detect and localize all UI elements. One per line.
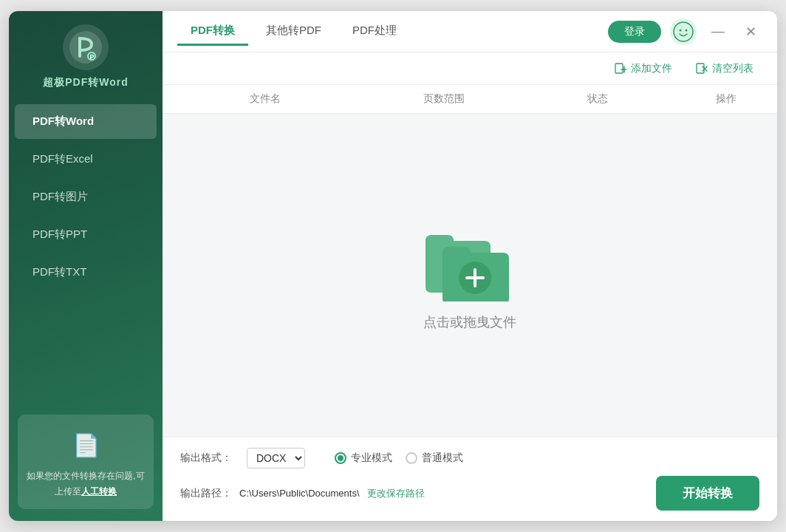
svg-point-5 [686, 29, 688, 31]
sidebar-item-pdf-to-excel[interactable]: PDF转Excel [15, 142, 157, 177]
path-label: 输出路径： [180, 487, 232, 500]
avatar[interactable] [670, 18, 697, 45]
format-select-wrap: DOCX DOC [247, 448, 305, 468]
sidebar: P 超极PDF转Word PDF转Word PDF转Excel PDF转图片 P… [9, 11, 163, 521]
change-path-button[interactable]: 更改保存路径 [367, 487, 425, 500]
svg-text:P: P [90, 53, 95, 61]
normal-mode-label: 普通模式 [422, 451, 463, 465]
app-window: P 超极PDF转Word PDF转Word PDF转Excel PDF转图片 P… [9, 11, 777, 521]
toolbar: 添加文件 清空列表 [163, 52, 777, 85]
radio-group: 专业模式 普通模式 [335, 451, 463, 465]
radio-normal-mode[interactable]: 普通模式 [406, 451, 463, 465]
top-bar: PDF转换 其他转PDF PDF处理 登录 — ✕ [163, 11, 777, 52]
sidebar-item-pdf-to-image[interactable]: PDF转图片 [15, 180, 157, 214]
format-row: 输出格式： DOCX DOC 专业模式 [180, 448, 759, 468]
tab-pdf-process[interactable]: PDF处理 [339, 18, 410, 46]
drop-zone[interactable]: 点击或拖曳文件 [163, 114, 777, 437]
radio-circle-normal [406, 452, 417, 464]
pro-mode-label: 专业模式 [351, 451, 392, 465]
svg-rect-6 [615, 64, 623, 73]
clear-list-icon [696, 63, 708, 75]
radio-circle-pro [335, 452, 346, 464]
add-file-label: 添加文件 [631, 62, 672, 75]
minimize-button[interactable]: — [705, 22, 731, 41]
table-header: 文件名 页数范围 状态 操作 [163, 85, 777, 114]
sidebar-item-pdf-to-txt[interactable]: PDF转TXT [15, 255, 157, 290]
promo-icon: 📄 [27, 426, 145, 464]
start-convert-button[interactable]: 开始转换 [656, 476, 759, 511]
drop-label: 点击或拖曳文件 [423, 313, 516, 331]
tab-list: PDF转换 其他转PDF PDF处理 [177, 18, 608, 45]
sidebar-item-pdf-to-ppt[interactable]: PDF转PPT [15, 217, 157, 252]
add-file-button[interactable]: 添加文件 [609, 59, 678, 78]
path-row: 输出路径： C:\Users\Public\Documents\ 更改保存路径 … [180, 476, 759, 511]
svg-point-0 [69, 31, 102, 64]
col-filename: 文件名 [163, 92, 367, 106]
app-logo: P [63, 24, 109, 70]
main-content: PDF转换 其他转PDF PDF处理 登录 — ✕ [163, 11, 777, 521]
sidebar-nav: PDF转Word PDF转Excel PDF转图片 PDF转PPT PDF转TX… [9, 103, 163, 291]
add-file-icon [615, 63, 626, 75]
svg-rect-9 [697, 64, 704, 73]
clear-list-button[interactable]: 清空列表 [690, 59, 759, 78]
path-value: C:\Users\Public\Documents\ [239, 488, 360, 499]
col-status: 状态 [521, 92, 674, 106]
app-title: 超极PDF转Word [43, 76, 129, 89]
col-action: 操作 [674, 92, 777, 106]
sidebar-item-pdf-to-word[interactable]: PDF转Word [15, 104, 157, 139]
bottom-controls: 输出格式： DOCX DOC 专业模式 [163, 437, 777, 521]
sidebar-promo: 📄 如果您的文件转换存在问题,可上传至人工转换 [18, 415, 154, 509]
drop-folder-icon [422, 220, 518, 301]
promo-link[interactable]: 人工转换 [81, 486, 117, 497]
svg-point-4 [680, 29, 682, 31]
login-button[interactable]: 登录 [608, 21, 661, 43]
close-button[interactable]: ✕ [739, 22, 762, 41]
radio-pro-mode[interactable]: 专业模式 [335, 451, 392, 465]
tab-other-to-pdf[interactable]: 其他转PDF [253, 18, 335, 46]
top-bar-right: 登录 — ✕ [608, 18, 762, 45]
svg-point-3 [674, 22, 693, 41]
format-select[interactable]: DOCX DOC [247, 448, 305, 468]
radio-dot-pro [338, 455, 344, 461]
tab-pdf-convert[interactable]: PDF转换 [177, 18, 248, 46]
col-pages: 页数范围 [367, 92, 521, 106]
format-label: 输出格式： [180, 451, 232, 465]
clear-list-label: 清空列表 [712, 62, 753, 75]
